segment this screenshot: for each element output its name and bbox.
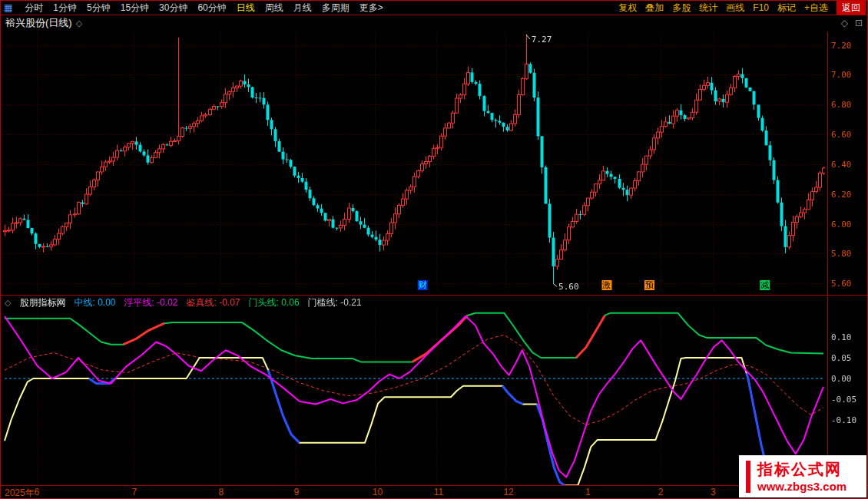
menu-item-period-周线[interactable]: 周线 <box>265 1 283 15</box>
watermark-box: 指标公式网 www.zbgs3.com <box>739 455 866 497</box>
stock-charts-canvas[interactable] <box>1 31 867 485</box>
indicator-value-1: 中线: 0.00 <box>74 296 115 309</box>
app-grid-icon[interactable]: ▦ <box>4 2 12 13</box>
time-axis-month-12: 12 <box>503 487 513 497</box>
menu-item-tool-复权[interactable]: 复权 <box>618 1 637 15</box>
menu-item-period-60分钟[interactable]: 60分钟 <box>197 1 226 15</box>
menu-item-tool-多股[interactable]: 多股 <box>672 1 691 15</box>
time-axis-month-8: 8 <box>218 487 224 497</box>
indicator-value-2: 浮平线: -0.02 <box>124 296 178 309</box>
menu-item-period-月线[interactable]: 月线 <box>293 1 312 15</box>
title-dropdown-icon[interactable]: ◇ <box>76 18 82 28</box>
menubar-right: 复权叠加多股统计画线F10标记+自选返回 <box>618 1 866 15</box>
titlebar-window-icon-2[interactable]: ⊡ <box>855 18 863 28</box>
time-axis-month-11: 11 <box>434 487 443 497</box>
chart-titlebar: 裕兴股份(日线) ◇ ◇⊡ <box>1 15 867 31</box>
indicator-source-label: 股朋指标网 <box>19 296 65 309</box>
menu-item-period-5分钟[interactable]: 5分钟 <box>87 1 111 15</box>
menu-item-period-日线[interactable]: 日线 <box>237 1 255 15</box>
watermark-text: 指标公式网 www.zbgs3.com <box>757 459 846 494</box>
titlebar-window-icon-1[interactable]: ◇ <box>841 18 848 28</box>
indicator-header: ◇ 股朋指标网 中线: 0.00浮平线: -0.02鉴真线: -0.07门头线:… <box>5 296 362 309</box>
menu-item-tool-标记[interactable]: 标记 <box>777 1 796 15</box>
trading-app-window: ▦ 分时1分钟5分钟15分钟30分钟60分钟日线周线月线多周期更多> 复权叠加多… <box>0 0 868 499</box>
menu-item-period-分时[interactable]: 分时 <box>25 1 43 15</box>
indicator-diamond-icon[interactable]: ◇ <box>5 298 11 308</box>
watermark-accent-bar <box>746 461 750 493</box>
watermark-site-url: www.zbgs3.com <box>757 479 846 494</box>
menu-item-tool-返回[interactable]: 返回 <box>837 1 866 15</box>
menu-item-period-更多>[interactable]: 更多> <box>359 1 383 15</box>
time-axis-month-1: 1 <box>585 487 591 497</box>
stock-title[interactable]: 裕兴股份(日线) <box>5 16 72 30</box>
menu-item-tool-F10[interactable]: F10 <box>753 1 769 15</box>
indicator-value-4: 门头线: 0.06 <box>249 296 300 309</box>
time-axis-month-9: 9 <box>293 487 299 497</box>
time-axis-month-2: 2 <box>658 487 664 497</box>
menu-item-tool-统计[interactable]: 统计 <box>699 1 717 15</box>
indicator-value-3: 鉴真线: -0.07 <box>187 296 240 309</box>
time-axis-month-3: 3 <box>711 487 716 497</box>
time-axis-month-6: 6 <box>35 487 40 497</box>
time-axis-month-7: 7 <box>131 487 137 497</box>
menu-item-tool-叠加[interactable]: 叠加 <box>645 1 664 15</box>
menu-item-period-多周期[interactable]: 多周期 <box>322 1 350 15</box>
menu-item-tool-画线[interactable]: 画线 <box>726 1 744 15</box>
time-axis-year: 2025年 <box>5 487 35 499</box>
menu-item-tool-+自选[interactable]: +自选 <box>804 1 828 15</box>
menu-item-period-15分钟[interactable]: 15分钟 <box>121 1 149 15</box>
menu-item-period-30分钟[interactable]: 30分钟 <box>159 1 187 15</box>
indicator-values: 中线: 0.00浮平线: -0.02鉴真线: -0.07门头线: 0.06门槛线… <box>74 296 361 309</box>
time-axis-month-10: 10 <box>373 487 383 497</box>
indicator-value-5: 门槛线: -0.21 <box>308 296 362 309</box>
menubar-left: ▦ 分时1分钟5分钟15分钟30分钟60分钟日线周线月线多周期更多> <box>4 1 383 15</box>
titlebar-icons: ◇⊡ <box>841 18 863 28</box>
top-menubar: ▦ 分时1分钟5分钟15分钟30分钟60分钟日线周线月线多周期更多> 复权叠加多… <box>1 1 867 15</box>
menu-item-period-1分钟[interactable]: 1分钟 <box>53 1 77 15</box>
watermark-site-name: 指标公式网 <box>757 459 846 479</box>
time-axis: 2025年 6789101112123 <box>1 485 867 499</box>
